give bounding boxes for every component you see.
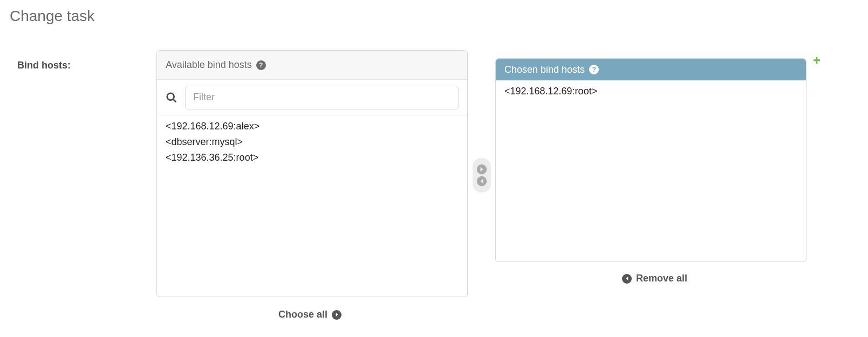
- available-list[interactable]: <192.168.12.69:alex> <dbserver:mysql> <1…: [157, 115, 467, 295]
- svg-line-1: [173, 99, 176, 102]
- filter-row: [157, 80, 467, 115]
- available-hosts-panel: Available bind hosts ? <192.168.12.69:al…: [156, 50, 468, 297]
- chevron-left-icon: [622, 274, 632, 284]
- filter-input[interactable]: [185, 86, 459, 109]
- svg-point-0: [167, 93, 174, 100]
- chosen-header-text: Chosen bind hosts: [504, 64, 585, 75]
- move-right-icon[interactable]: [476, 164, 487, 175]
- help-icon[interactable]: ?: [589, 65, 599, 74]
- list-item[interactable]: <192.168.12.69:root>: [504, 84, 797, 99]
- search-icon: [166, 92, 177, 104]
- list-item[interactable]: <192.168.12.69:alex>: [166, 119, 459, 134]
- choose-all-link[interactable]: Choose all: [278, 309, 341, 320]
- page-title: Change task: [10, 8, 94, 25]
- list-item[interactable]: <dbserver:mysql>: [166, 134, 459, 150]
- move-left-icon[interactable]: [476, 176, 487, 187]
- available-header-text: Available bind hosts: [166, 59, 252, 71]
- choose-all-label: Choose all: [278, 309, 327, 320]
- list-item[interactable]: <192.136.36.25:root>: [166, 150, 459, 166]
- chosen-hosts-panel: Chosen bind hosts ? <192.168.12.69:root>: [495, 58, 807, 262]
- chosen-list[interactable]: <192.168.12.69:root>: [496, 80, 806, 262]
- transfer-buttons: [473, 158, 491, 192]
- add-plus-icon[interactable]: +: [813, 53, 821, 68]
- chosen-panel-header: Chosen bind hosts ?: [496, 59, 806, 80]
- field-label: Bind hosts:: [17, 60, 71, 71]
- remove-all-label: Remove all: [636, 273, 687, 284]
- available-panel-header: Available bind hosts ?: [157, 51, 467, 80]
- help-icon[interactable]: ?: [256, 60, 266, 70]
- remove-all-link[interactable]: Remove all: [622, 273, 687, 284]
- chevron-right-icon: [332, 310, 341, 320]
